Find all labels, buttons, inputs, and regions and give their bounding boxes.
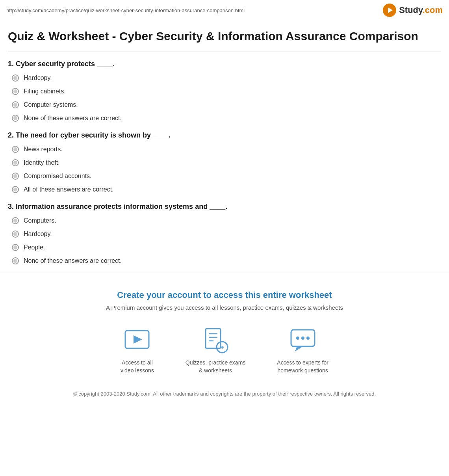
svg-point-13 bbox=[301, 337, 304, 340]
svg-point-12 bbox=[296, 337, 299, 340]
radio-q1-o4[interactable] bbox=[12, 115, 19, 122]
question-1-option-3[interactable]: Computer systems. bbox=[8, 101, 441, 108]
question-1-option-1[interactable]: Hardcopy. bbox=[8, 74, 441, 82]
question-1-text: 1. Cyber security protects ____. bbox=[8, 60, 441, 68]
radio-q3-o2[interactable] bbox=[12, 231, 19, 238]
answer-text-q2-o3: Compromised accounts. bbox=[24, 173, 92, 180]
question-2-option-4[interactable]: All of these answers are correct. bbox=[8, 186, 441, 193]
svg-marker-3 bbox=[134, 335, 142, 344]
chat-icon bbox=[289, 327, 317, 354]
answer-text-q1-o1: Hardcopy. bbox=[24, 74, 52, 82]
url-bar: http://study.com/academy/practice/quiz-w… bbox=[6, 7, 245, 13]
logo-text: Study.com bbox=[399, 5, 443, 15]
svg-point-14 bbox=[306, 337, 310, 340]
feature-experts-label: Access to experts forhomework questions bbox=[277, 359, 328, 374]
answer-text-q3-o1: Computers. bbox=[24, 217, 56, 224]
cta-section: Create your account to access this entir… bbox=[0, 274, 449, 410]
answer-text-q3-o4: None of these answers are correct. bbox=[24, 257, 122, 264]
radio-q1-o3[interactable] bbox=[12, 101, 19, 108]
question-1-option-4[interactable]: None of these answers are correct. bbox=[8, 115, 441, 122]
cta-title: Create your account to access this entir… bbox=[8, 290, 441, 300]
feature-experts: Access to experts forhomework questions bbox=[277, 327, 328, 374]
feature-quizzes-label: Quizzes, practice exams& worksheets bbox=[186, 359, 246, 374]
radio-q1-o2[interactable] bbox=[12, 88, 19, 95]
answer-text-q3-o3: People. bbox=[24, 244, 45, 251]
copyright: © copyright 2003-2020 Study.com. All oth… bbox=[8, 390, 441, 398]
feature-video: Access to allvideo lessons bbox=[121, 327, 154, 374]
logo-container[interactable]: Study.com bbox=[382, 3, 443, 17]
answer-text-q1-o2: Filing cabinets. bbox=[24, 88, 66, 95]
top-bar: http://study.com/academy/practice/quiz-w… bbox=[0, 0, 449, 20]
radio-q2-o3[interactable] bbox=[12, 173, 19, 180]
video-icon bbox=[123, 327, 151, 354]
radio-q2-o4[interactable] bbox=[12, 186, 19, 193]
question-1: 1. Cyber security protects ____.Hardcopy… bbox=[8, 60, 441, 122]
svg-rect-4 bbox=[206, 329, 221, 348]
title-divider bbox=[8, 52, 441, 52]
feature-quizzes: Quizzes, practice exams& worksheets bbox=[186, 327, 246, 374]
question-2: 2. The need for cyber security is shown … bbox=[8, 131, 441, 193]
radio-q1-o1[interactable] bbox=[12, 74, 19, 82]
question-2-option-3[interactable]: Compromised accounts. bbox=[8, 173, 441, 180]
feature-video-label: Access to allvideo lessons bbox=[121, 359, 154, 374]
radio-q3-o4[interactable] bbox=[12, 257, 19, 264]
answer-text-q3-o2: Hardcopy. bbox=[24, 231, 52, 238]
question-2-option-2[interactable]: Identity theft. bbox=[8, 159, 441, 166]
answer-text-q2-o4: All of these answers are correct. bbox=[24, 186, 114, 193]
radio-q2-o1[interactable] bbox=[12, 146, 19, 153]
question-2-text: 2. The need for cyber security is shown … bbox=[8, 131, 441, 139]
answer-text-q1-o3: Computer systems. bbox=[24, 101, 78, 108]
quiz-icon bbox=[202, 327, 229, 354]
radio-q3-o1[interactable] bbox=[12, 217, 19, 224]
cta-subtitle: A Premium account gives you access to al… bbox=[8, 304, 441, 311]
answer-text-q2-o2: Identity theft. bbox=[24, 159, 60, 166]
page-title: Quiz & Worksheet - Cyber Security & Info… bbox=[8, 28, 441, 44]
main-content: Quiz & Worksheet - Cyber Security & Info… bbox=[0, 20, 449, 264]
question-3-option-1[interactable]: Computers. bbox=[8, 217, 441, 224]
question-3-text: 3. Information assurance protects inform… bbox=[8, 203, 441, 211]
answer-text-q2-o1: News reports. bbox=[24, 146, 63, 153]
study-com-logo-icon bbox=[382, 3, 397, 17]
question-3: 3. Information assurance protects inform… bbox=[8, 203, 441, 264]
svg-marker-15 bbox=[295, 346, 303, 351]
questions-container: 1. Cyber security protects ____.Hardcopy… bbox=[8, 60, 441, 264]
radio-q3-o3[interactable] bbox=[12, 244, 19, 251]
question-3-option-2[interactable]: Hardcopy. bbox=[8, 231, 441, 238]
answer-text-q1-o4: None of these answers are correct. bbox=[24, 115, 122, 122]
question-1-option-2[interactable]: Filing cabinets. bbox=[8, 88, 441, 95]
question-3-option-4[interactable]: None of these answers are correct. bbox=[8, 257, 441, 264]
features-row: Access to allvideo lessons Quizzes, prac… bbox=[8, 327, 441, 374]
radio-q2-o2[interactable] bbox=[12, 159, 19, 166]
question-2-option-1[interactable]: News reports. bbox=[8, 146, 441, 153]
question-3-option-3[interactable]: People. bbox=[8, 244, 441, 251]
